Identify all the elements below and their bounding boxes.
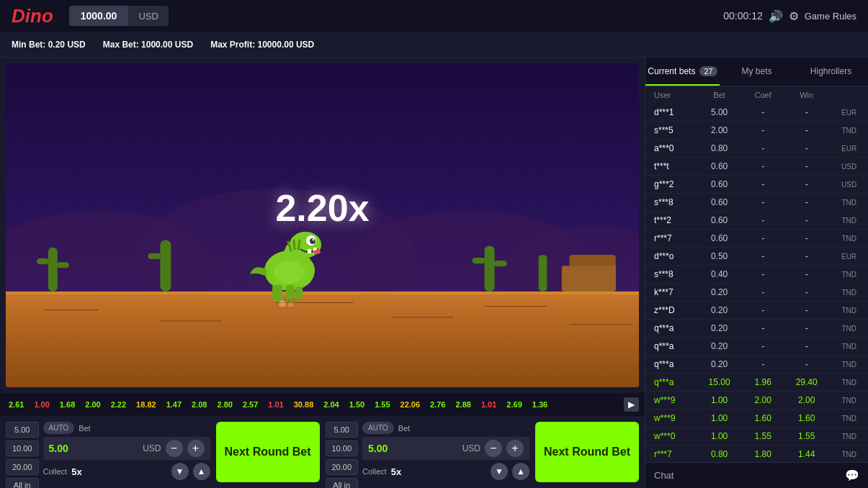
bet-top-row-2: AUTO Bet — [362, 422, 529, 434]
bet-amount-row-2: 5.00 USD − + — [362, 437, 529, 460]
bet-controls-2: AUTO Bet 5.00 USD − + Collect 5x ▼ ▲ — [362, 422, 529, 482]
table-row: s***80.40--TND — [645, 266, 868, 284]
bet-top-row-1: AUTO Bet — [43, 422, 210, 434]
timer-value: 00:00:12 — [723, 10, 763, 22]
bet-plus-btn-1[interactable]: + — [187, 440, 205, 457]
settings-icon[interactable]: ⚙ — [789, 9, 799, 23]
cell-user: g***2 — [645, 176, 696, 194]
svg-rect-23 — [562, 266, 616, 292]
preset-btn-10-1[interactable]: 10.00 — [6, 440, 39, 456]
cell-win: - — [783, 356, 830, 374]
cell-bet: 15.00 — [696, 374, 743, 392]
timer-section: 00:00:12 🔊 ⚙ Game Rules — [723, 9, 856, 23]
bet-plus-btn-2[interactable]: + — [506, 440, 524, 457]
cell-coef: 1.96 — [743, 374, 783, 392]
cell-coef: 1.55 — [743, 428, 783, 446]
logo: Dino — [12, 5, 53, 27]
game-rules-link[interactable]: Game Rules — [805, 11, 856, 22]
cell-user: q***a — [645, 356, 696, 374]
cell-currency: TND — [830, 446, 868, 463]
game-area: 2.20x — [0, 58, 645, 488]
tab-my-bets[interactable]: My bets — [720, 58, 794, 86]
cell-user: q***a — [645, 374, 696, 392]
next-round-btn-2[interactable]: Next Round Bet — [535, 422, 639, 482]
collect-down-btn-1[interactable]: ▼ — [171, 463, 189, 480]
cell-currency: TND — [830, 428, 868, 446]
svg-rect-13 — [48, 248, 58, 292]
cell-user: r***7 — [645, 230, 696, 248]
bet-amount-value-2: 5.00 — [368, 443, 458, 454]
header: Dino 1000.00 USD 00:00:12 🔊 ⚙ Game Rules — [0, 0, 868, 32]
auto-toggle-1[interactable]: AUTO — [43, 422, 75, 434]
table-row: w***91.002.002.00TND — [645, 392, 868, 410]
cell-currency: EUR — [830, 104, 868, 122]
svg-rect-34 — [295, 286, 303, 299]
table-row: z***D0.20--TND — [645, 302, 868, 320]
cell-bet: 1.00 — [696, 428, 743, 446]
max-bet-label: Max Bet: — [103, 40, 139, 50]
cell-coef: - — [743, 122, 783, 140]
history-item: 1.55 — [372, 399, 393, 410]
cell-user: a***0 — [645, 140, 696, 158]
cell-coef: - — [743, 356, 783, 374]
max-bet-info: Max Bet: 1000.00 USD — [103, 40, 193, 50]
table-row: w***91.001.601.60TND — [645, 410, 868, 428]
cell-currency: TND — [830, 230, 868, 248]
preset-btn-5-1[interactable]: 5.00 — [6, 422, 39, 438]
bet-amount-currency-2: USD — [462, 443, 480, 453]
cell-bet: 2.00 — [696, 122, 743, 140]
cell-bet: 0.60 — [696, 176, 743, 194]
cell-user: w***0 — [645, 428, 696, 446]
bet-minus-btn-1[interactable]: − — [166, 440, 183, 457]
cell-currency: TND — [830, 122, 868, 140]
preset-btn-20-2[interactable]: 20.00 — [326, 459, 359, 475]
min-bet-currency: USD — [67, 40, 85, 50]
all-in-btn-1[interactable]: All in — [6, 478, 39, 488]
all-in-btn-2[interactable]: All in — [326, 478, 359, 488]
next-round-btn-1[interactable]: Next Round Bet — [216, 422, 320, 482]
cell-coef: - — [743, 320, 783, 338]
history-item: 2.69 — [504, 399, 524, 410]
history-item: 2.00 — [82, 399, 103, 410]
svg-rect-35 — [272, 285, 282, 301]
cell-bet: 0.80 — [696, 446, 743, 463]
tab-highrollers[interactable]: Highrollers — [794, 58, 868, 86]
cell-currency: TND — [830, 374, 868, 392]
sound-icon[interactable]: 🔊 — [769, 9, 783, 23]
cell-win: - — [783, 104, 830, 122]
cell-coef: 1.80 — [743, 446, 783, 463]
history-item: 2.76 — [427, 399, 448, 410]
col-currency — [830, 86, 868, 104]
chat-icon[interactable]: 💬 — [845, 469, 859, 482]
cell-win: - — [783, 320, 830, 338]
cell-currency: TND — [830, 212, 868, 230]
tab-highrollers-label: Highrollers — [810, 66, 851, 76]
dino-character — [246, 220, 333, 307]
bet-minus-btn-2[interactable]: − — [485, 440, 502, 457]
collect-up-btn-1[interactable]: ▲ — [193, 463, 210, 480]
history-item: 2.08 — [189, 399, 210, 410]
history-bar: 2.611.001.682.002.2218.821.472.082.802.5… — [0, 393, 645, 416]
cell-user: w***9 — [645, 392, 696, 410]
preset-btn-10-2[interactable]: 10.00 — [326, 440, 359, 456]
table-row: q***a0.20--TND — [645, 320, 868, 338]
bets-table-container[interactable]: User Bet Coef Win d***15.00--EURs***52.0… — [645, 86, 868, 462]
collect-down-btn-2[interactable]: ▼ — [491, 463, 508, 480]
balance-currency: USD — [128, 6, 168, 26]
auto-toggle-2[interactable]: AUTO — [362, 422, 394, 434]
max-profit-value: 10000.00 — [258, 40, 294, 50]
tab-current-bets[interactable]: Current bets 27 — [645, 58, 720, 86]
history-item: 1.68 — [57, 399, 78, 410]
balance-display: 1000.00 USD — [69, 6, 169, 26]
preset-btn-20-1[interactable]: 20.00 — [6, 459, 39, 475]
cell-win: - — [783, 302, 830, 320]
collect-up-btn-2[interactable]: ▲ — [512, 463, 529, 480]
preset-btn-5-2[interactable]: 5.00 — [326, 422, 359, 438]
cell-coef: - — [743, 284, 783, 302]
cell-win: 29.40 — [783, 374, 830, 392]
svg-rect-20 — [493, 261, 506, 266]
svg-rect-14 — [37, 258, 49, 264]
cell-coef: - — [743, 194, 783, 212]
cell-user: q***a — [645, 320, 696, 338]
history-scroll-btn[interactable]: ▶ — [624, 397, 639, 412]
